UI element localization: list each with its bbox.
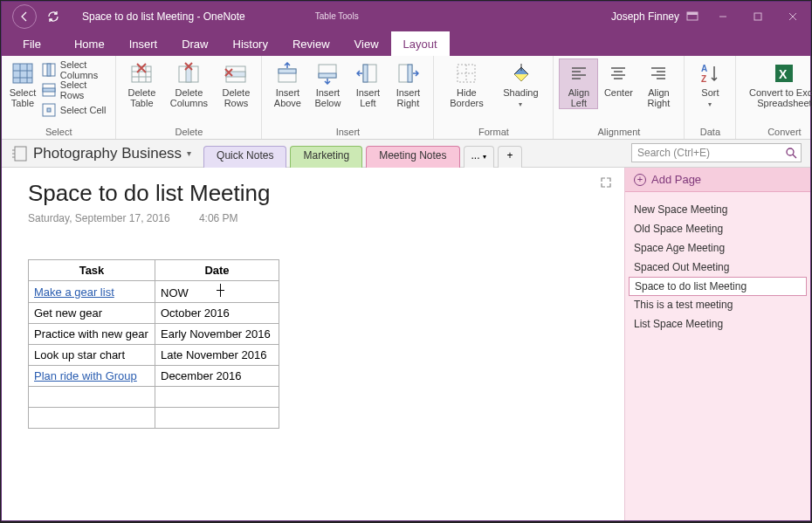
select-rows-button[interactable]: Select Rows [38,80,111,99]
table-row[interactable]: Get new gearOctober 2016 [29,303,279,324]
table-header-date[interactable]: Date [155,260,279,281]
group-format: HideBorders Shading▾ Format [434,56,554,139]
select-columns-button[interactable]: Select Columns [38,60,111,79]
table-cell-task[interactable]: Make a gear list [29,281,155,303]
table-cell-date[interactable]: October 2016 [155,303,279,324]
page-list-item[interactable]: New Space Meeting [625,201,810,220]
tab-insert[interactable]: Insert [117,31,170,56]
tab-layout[interactable]: Layout [391,31,450,56]
notebook-selector[interactable]: Photography Business ▾ [2,140,198,167]
tab-home[interactable]: Home [62,31,117,56]
search-input[interactable]: Search (Ctrl+E) [631,143,802,162]
page-list-item[interactable]: Space to do list Meeting [629,277,807,296]
table-cell-task[interactable] [29,408,155,429]
fullscreen-icon[interactable] [600,176,612,189]
contextual-tab-label: Table Tools [315,11,359,22]
ribbon-display-options-icon[interactable] [684,8,701,25]
delete-columns-button[interactable]: DeleteColumns [162,58,216,108]
table-cell-date[interactable]: December 2016 [155,366,279,387]
hide-borders-icon [454,61,478,86]
plus-icon: + [634,174,646,186]
page-list-item[interactable]: List Space Meeting [625,315,810,334]
chevron-down-icon: ▾ [708,100,712,108]
user-name[interactable]: Joseph Finney [611,10,679,23]
align-center-button[interactable]: Center [598,58,638,109]
svg-text:X: X [779,67,788,81]
tab-draw[interactable]: Draw [169,31,220,56]
align-left-button[interactable]: AlignLeft [559,58,598,109]
table-row[interactable]: Look up star chartLate November 2016 [29,345,279,366]
group-delete: DeleteTable DeleteColumns DeleteRows Del… [116,56,262,139]
page-list-item[interactable]: Space Age Meeting [625,239,810,258]
delete-rows-button[interactable]: DeleteRows [216,58,256,108]
table-row[interactable] [29,387,279,408]
section-meeting-notes[interactable]: Meeting Notes [366,146,459,168]
page-list-item[interactable]: Spaced Out Meeting [625,258,810,278]
table-cell-date[interactable]: Early November 2016 [155,324,279,345]
group-data: AZ Sort▾ Data [685,56,736,139]
svg-rect-12 [47,64,51,76]
page-list: New Space MeetingOld Space MeetingSpace … [625,192,810,520]
minimize-button[interactable] [705,2,740,31]
table-cell-date[interactable] [155,387,279,408]
page-time[interactable]: 4:06 PM [199,212,238,224]
convert-to-excel-button[interactable]: X Convert to ExcelSpreadsheet [741,58,812,108]
maximize-button[interactable] [740,2,775,31]
hide-borders-button[interactable]: HideBorders [439,58,493,110]
insert-below-icon [315,61,340,86]
delete-rows-icon [224,61,248,86]
page-canvas[interactable]: Space to do list Meeting Saturday, Septe… [2,168,624,520]
table-cell-task[interactable]: Look up star chart [29,345,155,366]
sort-button[interactable]: AZ Sort▾ [690,58,730,110]
tab-review[interactable]: Review [280,31,342,56]
table-cell-date[interactable]: Late November 2016 [155,345,279,366]
svg-rect-29 [319,73,336,78]
align-right-button[interactable]: AlignRight [638,58,678,109]
section-marketing[interactable]: Marketing [290,146,362,168]
table-header-task[interactable]: Task [29,260,155,281]
section-more[interactable]: ... ▾ [464,146,494,168]
delete-table-button[interactable]: DeleteTable [121,58,162,108]
text-cursor [220,284,221,297]
section-add[interactable]: + [498,146,522,168]
page-list-item[interactable]: Old Space Meeting [625,220,810,239]
select-cell-button[interactable]: Select Cell [38,100,111,119]
main-area: Space to do list Meeting Saturday, Septe… [2,168,810,520]
insert-left-button[interactable]: InsertLeft [348,58,388,108]
section-quick-notes[interactable]: Quick Notes [203,146,286,168]
page-date[interactable]: Saturday, September 17, 2016 [28,212,170,224]
table-row[interactable]: Plan ride with GroupDecember 2016 [29,366,279,387]
select-table-button[interactable]: SelectTable [7,58,38,119]
note-table[interactable]: Task Date Make a gear listNOW Get new ge… [28,259,279,429]
tab-history[interactable]: History [221,31,280,56]
section-tabs: Quick Notes Marketing Meeting Notes ... … [203,140,526,167]
onenote-window: Space to do list Meeting - OneNote Table… [1,1,811,521]
task-link[interactable]: Plan ride with Group [34,369,137,382]
align-center-icon [606,61,630,86]
window-title: Space to do list Meeting - OneNote [82,10,245,23]
insert-below-button[interactable]: InsertBelow [307,58,348,108]
close-button[interactable] [775,2,810,31]
table-cell-date[interactable] [155,408,279,429]
page-list-item[interactable]: This is a test meeting [625,296,810,315]
select-cell-icon [42,103,56,117]
table-cell-task[interactable]: Get new gear [29,303,155,324]
add-page-button[interactable]: + Add Page [625,168,810,192]
table-row[interactable]: Practice with new gearEarly November 201… [29,324,279,345]
insert-above-button[interactable]: InsertAbove [267,58,307,108]
table-cell-date[interactable]: NOW [155,281,279,303]
table-cell-task[interactable] [29,387,155,408]
sync-icon[interactable] [44,7,63,26]
tab-view[interactable]: View [342,31,391,56]
page-title[interactable]: Space to do list Meeting [28,180,624,207]
table-cell-task[interactable]: Plan ride with Group [29,366,155,387]
table-row[interactable]: Make a gear listNOW [29,281,279,303]
table-cell-task[interactable]: Practice with new gear [29,324,155,345]
shading-button[interactable]: Shading▾ [493,58,547,110]
back-button[interactable] [12,4,37,29]
notebook-bar: Photography Business ▾ Quick Notes Marke… [2,140,810,168]
task-link[interactable]: Make a gear list [34,286,114,299]
tab-file[interactable]: File [10,31,53,56]
table-row[interactable] [29,408,279,429]
insert-right-button[interactable]: InsertRight [388,58,428,108]
